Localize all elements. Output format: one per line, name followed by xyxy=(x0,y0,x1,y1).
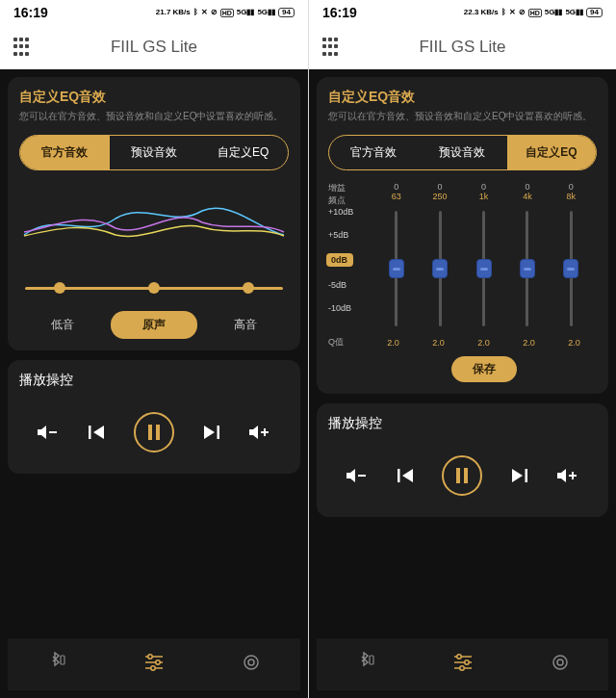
eq-band-8k[interactable] xyxy=(550,207,593,330)
svg-point-30 xyxy=(553,656,567,669)
status-time: 16:19 xyxy=(13,5,48,20)
tab-custom[interactable]: 自定义EQ xyxy=(198,136,288,169)
app-header: FIIL GS Lite xyxy=(309,25,616,69)
volume-down-button[interactable] xyxy=(344,462,371,489)
eq-gain-row: 0 0 0 0 0 xyxy=(371,182,597,192)
bottom-nav xyxy=(8,638,300,690)
prev-track-button[interactable] xyxy=(84,419,111,446)
app-header: FIIL GS Lite xyxy=(0,25,308,69)
save-button[interactable]: 保存 xyxy=(451,356,517,382)
eq-band-1k[interactable] xyxy=(462,207,505,330)
status-time: 16:19 xyxy=(322,5,357,20)
eq-y-axis: +10dB +5dB 0dB -5dB -10dB xyxy=(328,207,353,313)
svg-rect-2 xyxy=(148,425,152,440)
tab-preset[interactable]: 预设音效 xyxy=(110,136,199,169)
signal-5g-icon: 5G▮▮ xyxy=(545,9,563,16)
eq-freq-row: 63 250 1k 4k 8k xyxy=(371,192,597,201)
slider-dot[interactable] xyxy=(243,282,254,294)
apps-grid-icon[interactable] xyxy=(13,38,33,57)
battery-icon: 94 xyxy=(586,8,603,17)
nav-bluetooth-icon[interactable] xyxy=(355,652,376,678)
bluetooth-icon: ᛒ xyxy=(501,9,506,16)
svg-point-14 xyxy=(244,656,258,669)
svg-point-25 xyxy=(456,654,460,658)
bluetooth-icon: ᛒ xyxy=(193,9,198,16)
eq-title: 自定义EQ音效 xyxy=(328,89,597,106)
signal-5g-icon: 5G▮▮ xyxy=(237,9,255,16)
sound-tab-original[interactable]: 原声 xyxy=(111,311,196,339)
dnd-icon: ⊘ xyxy=(519,9,526,16)
slider-dot[interactable] xyxy=(148,282,160,294)
svg-rect-19 xyxy=(464,468,468,483)
volume-down-button[interactable] xyxy=(35,419,62,446)
eq-band-63[interactable] xyxy=(374,207,418,330)
tab-official[interactable]: 官方音效 xyxy=(329,136,418,169)
svg-rect-3 xyxy=(156,425,160,440)
svg-rect-0 xyxy=(49,431,57,433)
volume-up-button[interactable] xyxy=(554,462,581,489)
dnd-icon: ⊘ xyxy=(211,9,218,16)
eq-wave-visual xyxy=(19,182,289,307)
eq-subtitle: 您可以在官方音效、预设音效和自定义EQ中设置喜欢的听感。 xyxy=(328,110,597,123)
play-pause-button[interactable] xyxy=(134,412,174,452)
tab-preset[interactable]: 预设音效 xyxy=(418,136,506,169)
next-track-button[interactable] xyxy=(505,462,532,489)
slider-dot[interactable] xyxy=(54,282,65,294)
playback-controls xyxy=(19,402,289,462)
status-bar: 16:19 21.7KB/s ᛒ ✕ ⊘ HD 5G▮▮ 5G▮▮ 94 xyxy=(0,0,308,25)
hd-icon: HD xyxy=(528,9,542,17)
custom-eq-grid: 增益 频点 0 0 0 0 0 63 250 1k 4k 8k xyxy=(328,182,597,382)
svg-rect-18 xyxy=(456,468,460,483)
nav-settings-icon[interactable] xyxy=(241,652,262,678)
eq-band-4k[interactable] xyxy=(505,207,549,330)
phone-right: 16:19 22.3KB/s ᛒ ✕ ⊘ HD 5G▮▮ 5G▮▮ 94 FII… xyxy=(308,0,616,698)
eq-mode-tabs: 官方音效 预设音效 自定义EQ xyxy=(328,135,597,170)
eq-subtitle: 您可以在官方音效、预设音效和自定义EQ中设置喜欢的听感。 xyxy=(19,110,289,123)
svg-point-29 xyxy=(459,665,463,669)
status-indicators: 21.7KB/s ᛒ ✕ ⊘ HD 5G▮▮ 5G▮▮ 94 xyxy=(156,8,295,17)
prev-track-button[interactable] xyxy=(393,462,420,489)
eq-mode-tabs: 官方音效 预设音效 自定义EQ xyxy=(19,135,289,170)
status-bar: 16:19 22.3KB/s ᛒ ✕ ⊘ HD 5G▮▮ 5G▮▮ 94 xyxy=(309,0,616,25)
eq-card: 自定义EQ音效 您可以在官方音效、预设音效和自定义EQ中设置喜欢的听感。 官方音… xyxy=(317,77,608,394)
page-title: FIIL GS Lite xyxy=(33,38,295,57)
eq-band-sliders xyxy=(371,207,597,330)
content-area: 自定义EQ音效 您可以在官方音效、预设音效和自定义EQ中设置喜欢的听感。 官方音… xyxy=(0,69,308,698)
signal-5g-icon-2: 5G▮▮ xyxy=(257,9,275,16)
tab-official[interactable]: 官方音效 xyxy=(20,136,110,169)
nav-bluetooth-icon[interactable] xyxy=(46,652,67,678)
sound-profile-tabs: 低音 原声 高音 xyxy=(19,311,289,339)
svg-rect-23 xyxy=(370,656,373,664)
nav-settings-icon[interactable] xyxy=(550,652,571,678)
svg-rect-1 xyxy=(89,426,91,439)
playback-card: 播放操控 xyxy=(8,360,300,474)
nav-eq-icon[interactable] xyxy=(143,652,165,678)
status-indicators: 22.3KB/s ᛒ ✕ ⊘ HD 5G▮▮ 5G▮▮ 94 xyxy=(464,8,603,17)
eq-band-250[interactable] xyxy=(418,207,461,330)
sound-tab-bass[interactable]: 低音 xyxy=(19,311,105,339)
bottom-nav xyxy=(317,638,608,690)
eq-q-row: Q值 2.0 2.0 2.0 2.0 2.0 xyxy=(371,336,597,349)
phone-left: 16:19 21.7KB/s ᛒ ✕ ⊘ HD 5G▮▮ 5G▮▮ 94 FII… xyxy=(0,0,308,698)
play-pause-button[interactable] xyxy=(442,455,482,496)
playback-controls xyxy=(328,446,597,505)
svg-rect-16 xyxy=(358,475,366,477)
svg-point-9 xyxy=(148,654,152,658)
mute-icon: ✕ xyxy=(201,9,208,16)
eq-title: 自定义EQ音效 xyxy=(19,89,289,106)
next-track-button[interactable] xyxy=(197,419,224,446)
playback-title: 播放操控 xyxy=(328,415,597,432)
playback-title: 播放操控 xyxy=(19,372,289,389)
sound-tab-treble[interactable]: 高音 xyxy=(203,311,289,339)
eq-slider-track[interactable] xyxy=(19,274,289,303)
volume-up-button[interactable] xyxy=(246,419,273,446)
signal-5g-icon-2: 5G▮▮ xyxy=(565,9,583,16)
svg-rect-17 xyxy=(398,469,400,482)
nav-eq-icon[interactable] xyxy=(452,652,474,678)
apps-grid-icon[interactable] xyxy=(322,38,342,57)
svg-rect-4 xyxy=(217,426,219,439)
tab-custom[interactable]: 自定义EQ xyxy=(507,136,596,169)
svg-rect-20 xyxy=(525,469,527,482)
playback-card: 播放操控 xyxy=(317,403,608,517)
svg-point-31 xyxy=(557,659,563,665)
